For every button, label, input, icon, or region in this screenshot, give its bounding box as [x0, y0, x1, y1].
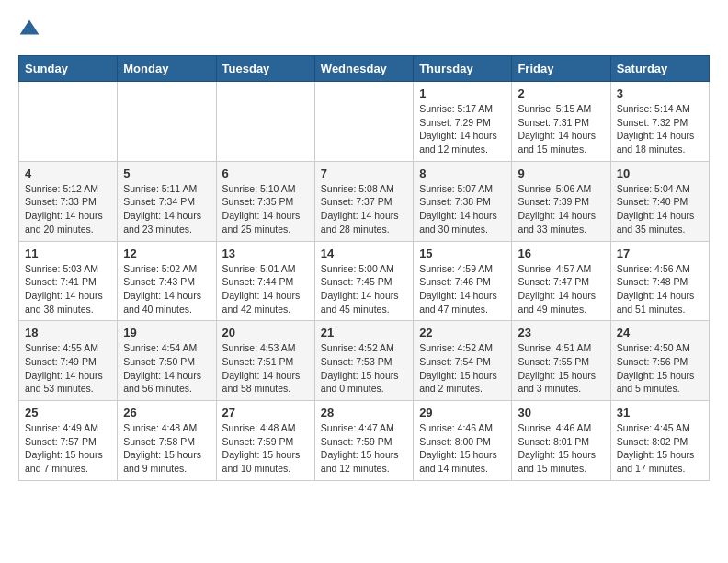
calendar-cell: 23Sunrise: 4:51 AMSunset: 7:55 PMDayligh…: [512, 321, 610, 401]
day-number: 1: [419, 86, 506, 100]
day-number: 15: [419, 247, 506, 260]
day-number: 9: [518, 167, 604, 180]
calendar-cell: 31Sunrise: 4:45 AMSunset: 8:02 PMDayligh…: [610, 401, 709, 481]
day-info: Sunrise: 5:00 AMSunset: 7:45 PMDaylight:…: [321, 262, 407, 316]
calendar-cell: 4Sunrise: 5:12 AMSunset: 7:33 PMDaylight…: [19, 161, 118, 241]
calendar-cell: 12Sunrise: 5:02 AMSunset: 7:43 PMDayligh…: [118, 241, 216, 321]
day-info: Sunrise: 5:04 AMSunset: 7:40 PMDaylight:…: [617, 182, 703, 236]
day-info: Sunrise: 4:51 AMSunset: 7:55 PMDaylight:…: [518, 341, 604, 396]
calendar-week-row: 11Sunrise: 5:03 AMSunset: 7:41 PMDayligh…: [19, 241, 710, 321]
day-number: 5: [123, 167, 210, 180]
calendar-week-row: 18Sunrise: 4:55 AMSunset: 7:49 PMDayligh…: [19, 321, 710, 401]
calendar-cell: 22Sunrise: 4:52 AMSunset: 7:54 PMDayligh…: [414, 321, 512, 401]
calendar-cell: [118, 82, 216, 162]
weekday-header-friday: Friday: [512, 56, 610, 82]
day-info: Sunrise: 4:46 AMSunset: 8:01 PMDaylight:…: [518, 421, 604, 476]
calendar-cell: 26Sunrise: 4:48 AMSunset: 7:58 PMDayligh…: [118, 401, 216, 481]
calendar-cell: 17Sunrise: 4:56 AMSunset: 7:48 PMDayligh…: [610, 241, 709, 321]
day-info: Sunrise: 4:55 AMSunset: 7:49 PMDaylight:…: [25, 341, 111, 396]
day-number: 13: [222, 247, 309, 260]
calendar-cell: 14Sunrise: 5:00 AMSunset: 7:45 PMDayligh…: [314, 241, 413, 321]
day-info: Sunrise: 4:56 AMSunset: 7:48 PMDaylight:…: [617, 262, 703, 316]
day-info: Sunrise: 5:17 AMSunset: 7:29 PMDaylight:…: [419, 102, 506, 156]
calendar-cell: 7Sunrise: 5:08 AMSunset: 7:37 PMDaylight…: [314, 161, 413, 241]
day-number: 10: [617, 167, 703, 180]
calendar-week-row: 25Sunrise: 4:49 AMSunset: 7:57 PMDayligh…: [19, 401, 710, 481]
day-number: 12: [123, 247, 210, 260]
day-info: Sunrise: 4:53 AMSunset: 7:51 PMDaylight:…: [222, 341, 309, 396]
calendar-cell: 30Sunrise: 4:46 AMSunset: 8:01 PMDayligh…: [512, 401, 610, 481]
day-info: Sunrise: 5:11 AMSunset: 7:34 PMDaylight:…: [123, 182, 210, 236]
day-number: 25: [25, 406, 111, 419]
day-number: 18: [25, 326, 111, 339]
weekday-header-monday: Monday: [118, 56, 216, 82]
calendar-cell: 10Sunrise: 5:04 AMSunset: 7:40 PMDayligh…: [610, 161, 709, 241]
day-number: 4: [25, 167, 111, 180]
day-number: 27: [222, 406, 309, 419]
day-number: 20: [222, 326, 309, 339]
day-number: 22: [419, 326, 506, 339]
day-number: 29: [419, 406, 506, 419]
svg-marker-0: [20, 20, 40, 35]
logo-icon: [18, 18, 40, 40]
calendar-week-row: 4Sunrise: 5:12 AMSunset: 7:33 PMDaylight…: [19, 161, 710, 241]
day-number: 28: [321, 406, 407, 419]
day-info: Sunrise: 5:01 AMSunset: 7:44 PMDaylight:…: [222, 262, 309, 316]
day-number: 6: [222, 167, 309, 180]
weekday-header-wednesday: Wednesday: [314, 56, 413, 82]
weekday-header-tuesday: Tuesday: [216, 56, 314, 82]
day-info: Sunrise: 4:57 AMSunset: 7:47 PMDaylight:…: [518, 262, 604, 316]
day-info: Sunrise: 4:52 AMSunset: 7:53 PMDaylight:…: [321, 341, 407, 396]
day-number: 17: [617, 247, 703, 260]
logo: [18, 18, 44, 40]
day-number: 11: [25, 247, 111, 260]
calendar-cell: 21Sunrise: 4:52 AMSunset: 7:53 PMDayligh…: [314, 321, 413, 401]
calendar-cell: 2Sunrise: 5:15 AMSunset: 7:31 PMDaylight…: [512, 82, 610, 162]
day-info: Sunrise: 4:49 AMSunset: 7:57 PMDaylight:…: [25, 421, 111, 476]
calendar-cell: 20Sunrise: 4:53 AMSunset: 7:51 PMDayligh…: [216, 321, 314, 401]
day-number: 19: [123, 326, 210, 339]
day-number: 23: [518, 326, 604, 339]
calendar-cell: 9Sunrise: 5:06 AMSunset: 7:39 PMDaylight…: [512, 161, 610, 241]
day-info: Sunrise: 4:48 AMSunset: 7:59 PMDaylight:…: [222, 421, 309, 476]
calendar-cell: 5Sunrise: 5:11 AMSunset: 7:34 PMDaylight…: [118, 161, 216, 241]
calendar-cell: 11Sunrise: 5:03 AMSunset: 7:41 PMDayligh…: [19, 241, 118, 321]
weekday-header-thursday: Thursday: [414, 56, 512, 82]
weekday-header-saturday: Saturday: [610, 56, 709, 82]
weekday-header-row: SundayMondayTuesdayWednesdayThursdayFrid…: [19, 56, 710, 82]
calendar-cell: 24Sunrise: 4:50 AMSunset: 7:56 PMDayligh…: [610, 321, 709, 401]
day-info: Sunrise: 4:50 AMSunset: 7:56 PMDaylight:…: [617, 341, 703, 396]
day-number: 26: [123, 406, 210, 419]
calendar-cell: 13Sunrise: 5:01 AMSunset: 7:44 PMDayligh…: [216, 241, 314, 321]
day-info: Sunrise: 4:54 AMSunset: 7:50 PMDaylight:…: [123, 341, 210, 396]
calendar-cell: 28Sunrise: 4:47 AMSunset: 7:59 PMDayligh…: [314, 401, 413, 481]
calendar-cell: 8Sunrise: 5:07 AMSunset: 7:38 PMDaylight…: [414, 161, 512, 241]
calendar-cell: [314, 82, 413, 162]
day-info: Sunrise: 4:46 AMSunset: 8:00 PMDaylight:…: [419, 421, 506, 476]
calendar-cell: 6Sunrise: 5:10 AMSunset: 7:35 PMDaylight…: [216, 161, 314, 241]
day-number: 3: [617, 86, 703, 100]
day-info: Sunrise: 5:10 AMSunset: 7:35 PMDaylight:…: [222, 182, 309, 236]
day-info: Sunrise: 4:59 AMSunset: 7:46 PMDaylight:…: [419, 262, 506, 316]
day-number: 16: [518, 247, 604, 260]
day-number: 30: [518, 406, 604, 419]
day-number: 21: [321, 326, 407, 339]
day-info: Sunrise: 5:15 AMSunset: 7:31 PMDaylight:…: [518, 102, 604, 156]
page-header: [18, 18, 710, 40]
day-info: Sunrise: 5:08 AMSunset: 7:37 PMDaylight:…: [321, 182, 407, 236]
day-info: Sunrise: 4:52 AMSunset: 7:54 PMDaylight:…: [419, 341, 506, 396]
day-number: 7: [321, 167, 407, 180]
calendar-table: SundayMondayTuesdayWednesdayThursdayFrid…: [18, 55, 710, 481]
weekday-header-sunday: Sunday: [19, 56, 118, 82]
day-info: Sunrise: 4:48 AMSunset: 7:58 PMDaylight:…: [123, 421, 210, 476]
day-number: 2: [518, 86, 604, 100]
calendar-cell: 29Sunrise: 4:46 AMSunset: 8:00 PMDayligh…: [414, 401, 512, 481]
calendar-week-row: 1Sunrise: 5:17 AMSunset: 7:29 PMDaylight…: [19, 82, 710, 162]
day-info: Sunrise: 5:14 AMSunset: 7:32 PMDaylight:…: [617, 102, 703, 156]
calendar-cell: 27Sunrise: 4:48 AMSunset: 7:59 PMDayligh…: [216, 401, 314, 481]
day-number: 8: [419, 167, 506, 180]
calendar-cell: 15Sunrise: 4:59 AMSunset: 7:46 PMDayligh…: [414, 241, 512, 321]
day-info: Sunrise: 5:12 AMSunset: 7:33 PMDaylight:…: [25, 182, 111, 236]
day-info: Sunrise: 5:06 AMSunset: 7:39 PMDaylight:…: [518, 182, 604, 236]
calendar-cell: 3Sunrise: 5:14 AMSunset: 7:32 PMDaylight…: [610, 82, 709, 162]
